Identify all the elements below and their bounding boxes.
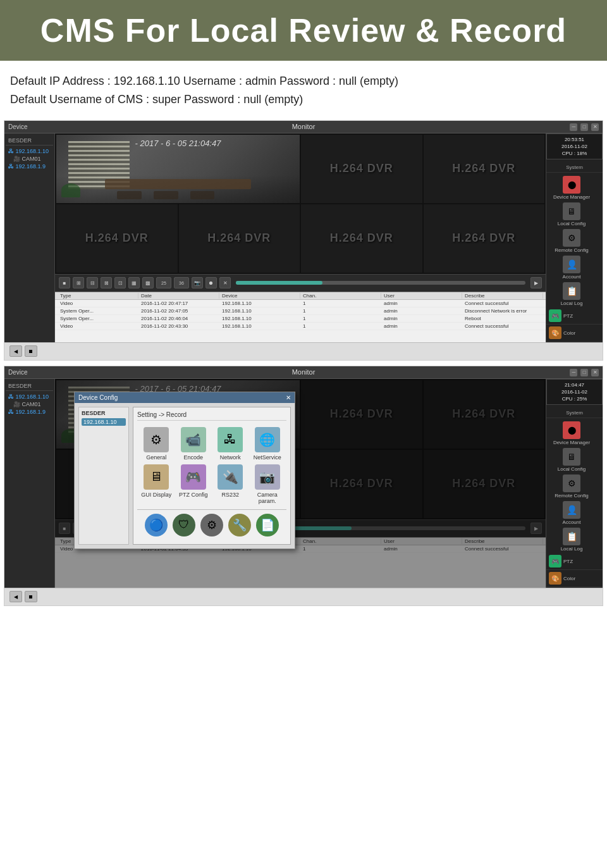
minimize-btn-2[interactable]: ─ xyxy=(570,369,577,376)
snap-btn-1[interactable]: 📷 xyxy=(192,277,203,288)
device-manager-btn-1[interactable]: ⬤ Device Manager xyxy=(546,175,597,201)
grid4-btn-1[interactable]: ⊡ xyxy=(114,277,126,288)
footer-btn-3[interactable]: ◀ xyxy=(9,591,22,602)
dvr-config-grid-2: ⚙ General 📹 Encode xyxy=(137,425,286,507)
close-btn-2[interactable]: ✕ xyxy=(591,369,599,376)
config-rs232-2[interactable]: 🔌 RS232 xyxy=(214,464,247,504)
h264-label-tr2-1: H.264 DVR xyxy=(452,162,515,175)
dvr-dialog-titlebar-2: Device Config ✕ xyxy=(75,392,295,403)
grid5-btn-1[interactable]: ▦ xyxy=(128,277,140,288)
config-general-2[interactable]: ⚙ General xyxy=(140,427,173,461)
dvr-log-1: Type Date Device Chan. User Describe Vid… xyxy=(55,292,546,342)
config-network-2[interactable]: 🖧 Network xyxy=(214,427,247,461)
dvr-nav-area-1: 🎮 PTZ 🎨 Color ⚙ System ▶ PlayBack xyxy=(546,307,603,342)
ptz-icon-2: 🎮 xyxy=(549,555,561,567)
color-btn-1[interactable]: 🎨 Color xyxy=(546,325,603,342)
ptz-btn-1[interactable]: 🎮 PTZ xyxy=(546,307,603,325)
remote-config-btn-1[interactable]: ⚙ Remote Config xyxy=(546,228,597,254)
dvr-dialog-overlay-2: Device Config ✕ BESDER 192.168.1.10 xyxy=(55,379,546,588)
footer-btn-1[interactable]: ◀ xyxy=(9,345,22,357)
config-general-icon-2: ⚙ xyxy=(144,427,169,452)
config-cameraparam-2[interactable]: 📷 Camera param. xyxy=(251,464,285,504)
minimize-btn-1[interactable]: ─ xyxy=(570,123,577,131)
color-btn-2[interactable]: 🎨 Color xyxy=(546,570,603,587)
config-netservice-2[interactable]: 🌐 NetService xyxy=(251,427,285,461)
remote-config-label-2: Remote Config xyxy=(555,493,588,499)
dvr-titlebar-center-2: Monitor xyxy=(156,368,451,376)
device-manager-icon-1: ⬤ xyxy=(563,176,580,194)
grid6-btn-1[interactable]: ▩ xyxy=(142,277,154,288)
dvr-time-display-1: 20:53:512016-11-02CPU : 18% xyxy=(546,133,603,160)
dvr-sidebar-title-1: BESDER xyxy=(6,136,53,146)
dvr-cam1-2[interactable]: 🎥 CAM01 xyxy=(6,400,53,408)
local-config-btn-1[interactable]: 🖥 Local Config xyxy=(546,201,597,228)
system-label-2: System xyxy=(546,410,603,418)
dvr-dialog-tree-2: BESDER 192.168.1.10 xyxy=(78,407,129,545)
config-encode-2[interactable]: 📹 Encode xyxy=(177,427,211,461)
dvr-cell-main-1: - 2017 - 6 - 05 21:04:47 xyxy=(56,135,300,203)
dvr-monitor-2: - 2017 - 6 - 05 21:04:47 H.264 DVR H.264… xyxy=(55,379,546,588)
config-ptzconfig-label-2: PTZ Config xyxy=(179,492,208,498)
h264-label-bl2-1: H.264 DVR xyxy=(207,232,271,245)
local-log-btn-2[interactable]: 📋 Local Log xyxy=(546,526,597,553)
dvr-device1-2[interactable]: 🖧 192.168.1.10 xyxy=(6,393,53,400)
config-btn-blue-2[interactable]: 🔵 xyxy=(145,514,168,536)
log-col-date-1: Date xyxy=(138,293,219,299)
dvr-titlebar-right-1: ─ □ ✕ xyxy=(451,123,599,131)
maximize-btn-1[interactable]: □ xyxy=(580,123,588,131)
grid2-btn-1[interactable]: ⊟ xyxy=(87,277,98,288)
config-ptzconfig-2[interactable]: 🎮 PTZ Config xyxy=(177,464,211,504)
dvr-time-display-2: 21:04:472016-11-02CPU : 25% xyxy=(546,379,603,406)
ptz-btn-2[interactable]: 🎮 PTZ xyxy=(546,553,603,570)
dvr-dialog-tree-item-2[interactable]: 192.168.1.10 xyxy=(82,418,126,426)
account-label-1: Account xyxy=(563,274,581,280)
footer-btn-4[interactable]: ⏹ xyxy=(25,591,37,602)
dvr-cell-bl1-1: H.264 DVR xyxy=(56,204,178,273)
device-manager-label-1: Device Manager xyxy=(553,194,590,200)
dvr-right-panel-1: 20:53:512016-11-02CPU : 18% System ⬤ Dev… xyxy=(546,133,603,342)
dvr-cam1-1[interactable]: 🎥 CAM01 xyxy=(6,155,53,163)
remote-config-btn-2[interactable]: ⚙ Remote Config xyxy=(546,473,597,500)
dvr-dialog-tree-title-2: BESDER xyxy=(82,410,126,416)
dvr-device1-1[interactable]: 🖧 192.168.1.10 xyxy=(6,147,53,155)
maximize-btn-2[interactable]: □ xyxy=(580,369,588,376)
stop-btn-1[interactable]: ■ xyxy=(59,277,70,288)
dvr-device2-1[interactable]: 🖧 192.168.1.9 xyxy=(6,163,53,170)
dvr-toolbar-controls-1: ■ ⊞ ⊟ ⊠ ⊡ ▦ ▩ 25 36 📷 ⏺ ✕ ▶ xyxy=(55,274,546,292)
config-ptzconfig-icon-2: 🎮 xyxy=(181,464,206,490)
dvr-dialog-close-2[interactable]: ✕ xyxy=(286,394,291,401)
close2-btn-1[interactable]: ✕ xyxy=(219,277,231,288)
account-btn-1[interactable]: 👤 Account xyxy=(546,254,597,281)
h264-label-bl3-1: H.264 DVR xyxy=(330,232,393,245)
config-btn-gear-2[interactable]: ⚙ xyxy=(200,514,223,536)
dvr-main-1: BESDER 🖧 192.168.1.10 🎥 CAM01 🖧 192.168.… xyxy=(4,133,603,342)
dvr-config-dialog-2: Device Config ✕ BESDER 192.168.1.10 xyxy=(74,392,295,549)
rec-btn-1[interactable]: ⏺ xyxy=(205,277,217,288)
footer-btn-2[interactable]: ⏹ xyxy=(25,345,37,357)
num36-btn-1[interactable]: 36 xyxy=(174,277,189,288)
grid1-btn-1[interactable]: ⊞ xyxy=(73,277,84,288)
dvr-cell-tr2-1: H.264 DVR xyxy=(424,135,545,203)
dvr-device2-2[interactable]: 🖧 192.168.1.9 xyxy=(6,408,53,416)
config-guidisplay-2[interactable]: 🖥 GUI Display xyxy=(140,464,173,504)
dvr-titlebar-left-2: Device xyxy=(8,369,156,376)
account-btn-2[interactable]: 👤 Account xyxy=(546,500,597,526)
log-row-2-1: System Oper... 2016-11-02 20:46:04 192.1… xyxy=(55,315,546,323)
config-cameraparam-label-2: Camera param. xyxy=(251,492,285,504)
config-btn-tools-2[interactable]: 🔧 xyxy=(228,514,251,536)
local-log-btn-1[interactable]: 📋 Local Log xyxy=(546,281,597,307)
config-netservice-label-2: NetService xyxy=(254,454,281,461)
dvr-sidebar-2: BESDER 🖧 192.168.1.10 🎥 CAM01 🖧 192.168.… xyxy=(4,379,55,588)
remote-config-icon-1: ⚙ xyxy=(563,229,580,247)
local-config-btn-2[interactable]: 🖥 Local Config xyxy=(546,447,597,473)
dvr-titlebar-2: Device Monitor ─ □ ✕ xyxy=(4,366,603,379)
scroll-right-1[interactable]: ▶ xyxy=(530,277,542,288)
device-manager-btn-2[interactable]: ⬤ Device Manager xyxy=(546,420,597,447)
grid3-btn-1[interactable]: ⊠ xyxy=(101,277,112,288)
config-btn-shield-2[interactable]: 🛡 xyxy=(173,514,195,536)
screenshot-1: Device Monitor ─ □ ✕ BESDER 🖧 192.168.1.… xyxy=(4,120,603,361)
config-btn-doc-2[interactable]: 📄 xyxy=(256,514,279,536)
color-label-1: Color xyxy=(563,330,575,336)
close-btn-1[interactable]: ✕ xyxy=(591,123,599,131)
num25-btn-1[interactable]: 25 xyxy=(156,277,171,288)
